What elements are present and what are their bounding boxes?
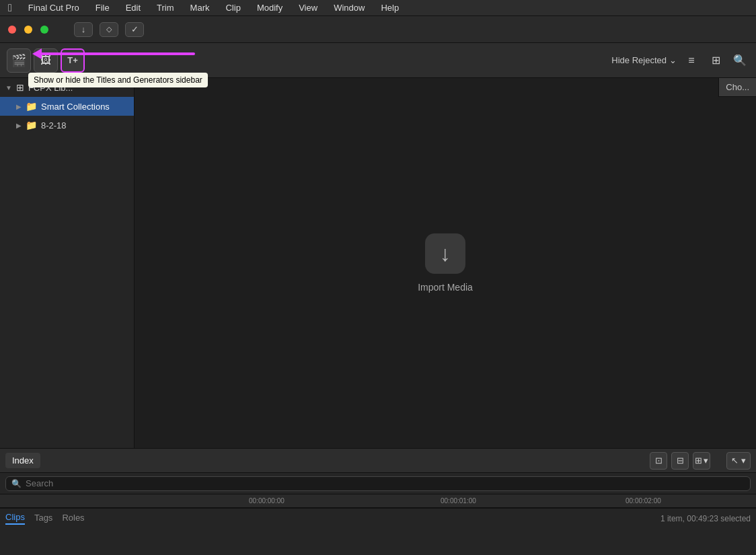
- roles-tab[interactable]: Roles: [62, 513, 84, 524]
- ruler-time-2: 00:00:02:00: [626, 497, 661, 505]
- upper-main: ▼ ⊞ FCPX Lib... ▶ 📁 Smart Collections ▶ …: [0, 78, 756, 448]
- clip-appearance-btn1[interactable]: ⊡: [650, 452, 667, 470]
- filmstrip-view-button[interactable]: ⊞: [706, 51, 725, 70]
- sidebar-item-folder[interactable]: ▶ 📁 8-2-18: [0, 116, 134, 135]
- clip-appearance-btn2[interactable]: ⊟: [671, 452, 689, 470]
- list-view-button[interactable]: ≡: [682, 51, 701, 70]
- content-area: Cho... ↓ Import Media: [135, 78, 756, 448]
- clips-tab[interactable]: Clips: [5, 512, 25, 525]
- clip-icon2: ⊟: [677, 455, 684, 466]
- folder-icon: 📁: [26, 120, 37, 131]
- search-icon: 🔍: [733, 54, 747, 67]
- dropdown-chevron-icon: ▾: [704, 455, 708, 466]
- menu-edit[interactable]: Edit: [123, 3, 143, 13]
- menu-view[interactable]: View: [296, 3, 320, 13]
- browser-area: ↓ Import Media: [135, 78, 756, 448]
- sync-button[interactable]: ✓: [125, 22, 144, 37]
- timeline-status: 1 item, 00:49:23 selected: [660, 514, 751, 523]
- search-input-wrap[interactable]: 🔍: [5, 476, 751, 491]
- folder-label: 8-2-18: [41, 120, 67, 131]
- tags-tab[interactable]: Tags: [34, 513, 52, 524]
- lower-main: Index ⊡ ⊟ ⊞ ▾ ↖ ▾ 🔍 00:00:00:00 00:00:01…: [0, 448, 756, 555]
- import-media-icon[interactable]: ↓: [425, 233, 465, 274]
- sidebar: ▼ ⊞ FCPX Lib... ▶ 📁 Smart Collections ▶ …: [0, 78, 135, 448]
- search-glass-icon: 🔍: [11, 479, 22, 488]
- highlight-arrow: [32, 48, 195, 59]
- menu-trim[interactable]: Trim: [154, 3, 177, 13]
- import-media-label: Import Media: [418, 282, 473, 293]
- arrow-tool-dropdown-icon: ▾: [741, 455, 746, 466]
- library-label: FCPX Lib...: [28, 83, 73, 93]
- sidebar-top: ▼ ⊞ FCPX Lib... ▶ 📁 Smart Collections ▶ …: [0, 78, 134, 135]
- ruler-time-0: 00:00:00:00: [249, 497, 285, 505]
- expand-arrow-folder-icon: ▶: [16, 122, 22, 129]
- menu-mark[interactable]: Mark: [188, 3, 213, 13]
- list-view-icon: ≡: [688, 54, 694, 67]
- sidebar-item-smart-collections[interactable]: ▶ 📁 Smart Collections: [0, 97, 134, 116]
- menu-file[interactable]: File: [93, 3, 112, 13]
- menu-bar:  Final Cut Pro File Edit Trim Mark Clip…: [0, 0, 756, 16]
- search-button[interactable]: 🔍: [730, 51, 749, 70]
- close-button[interactable]: [8, 26, 16, 34]
- expand-arrow-sc-icon: ▶: [16, 103, 22, 110]
- filmstrip-icon: ⊞: [712, 54, 720, 67]
- search-bar: 🔍: [0, 473, 756, 494]
- ruler-mark-0: 00:00:00:00: [249, 497, 285, 505]
- hide-rejected-button[interactable]: Hide Rejected ⌄: [611, 55, 677, 65]
- timeline-ruler: 00:00:00:00 00:00:01:00 00:00:02:00: [0, 494, 756, 508]
- download-button[interactable]: ↓: [74, 22, 93, 37]
- arrow-tool-icon: ↖: [731, 455, 739, 466]
- smart-collections-icon: 📁: [26, 101, 37, 112]
- clip-icon1: ⊡: [655, 455, 663, 466]
- hide-rejected-label: Hide Rejected: [611, 55, 667, 65]
- menu-clip[interactable]: Clip: [223, 3, 243, 13]
- menu-help[interactable]: Help: [378, 3, 402, 13]
- library-icon: ⊞: [16, 82, 24, 93]
- ctr-bar: Clips Tags Roles 1 item, 00:49:23 select…: [0, 508, 756, 528]
- chevron-down-icon: ⌄: [669, 55, 677, 65]
- ruler-mark-1: 00:00:01:00: [441, 497, 476, 505]
- toolbar: 🎬 🖼 T+ Show or hide the Titles and Gener…: [0, 43, 756, 78]
- sidebar-item-library[interactable]: ▼ ⊞ FCPX Lib...: [0, 78, 134, 97]
- clip-icon3: ⊞: [695, 455, 702, 466]
- toolbar-left: 🎬 🖼 T+: [7, 48, 85, 73]
- sync-icon: ✓: [131, 24, 139, 34]
- ruler-mark-2: 00:00:02:00: [626, 497, 661, 505]
- expand-arrow-icon: ▼: [5, 84, 12, 91]
- menu-window[interactable]: Window: [331, 3, 367, 13]
- key-button[interactable]: ◇: [100, 22, 118, 37]
- apple-menu[interactable]: : [5, 2, 15, 14]
- film-icon: 🎬: [11, 53, 26, 68]
- download-icon: ↓: [81, 24, 86, 34]
- timeline-toolbar: Index ⊡ ⊟ ⊞ ▾ ↖ ▾: [0, 449, 756, 473]
- title-bar: ↓ ◇ ✓: [0, 16, 756, 43]
- index-tab[interactable]: Index: [5, 453, 40, 468]
- smart-collections-label: Smart Collections: [41, 102, 110, 112]
- search-input[interactable]: [26, 478, 745, 488]
- clip-appearance-btn3[interactable]: ⊞ ▾: [693, 452, 710, 470]
- ruler-time-1: 00:00:01:00: [441, 497, 476, 505]
- media-import-button[interactable]: 🎬: [7, 48, 31, 73]
- menu-modify[interactable]: Modify: [254, 3, 285, 13]
- toolbar-right: Hide Rejected ⌄ ≡ ⊞ 🔍: [611, 51, 749, 70]
- minimize-button[interactable]: [24, 26, 32, 34]
- maximize-button[interactable]: [40, 26, 48, 34]
- cho-button[interactable]: Cho...: [718, 78, 756, 97]
- download-arrow-icon: ↓: [440, 242, 451, 266]
- key-icon: ◇: [106, 25, 112, 34]
- arrow-tool-button[interactable]: ↖ ▾: [726, 452, 751, 470]
- menu-finalcutpro[interactable]: Final Cut Pro: [26, 3, 82, 13]
